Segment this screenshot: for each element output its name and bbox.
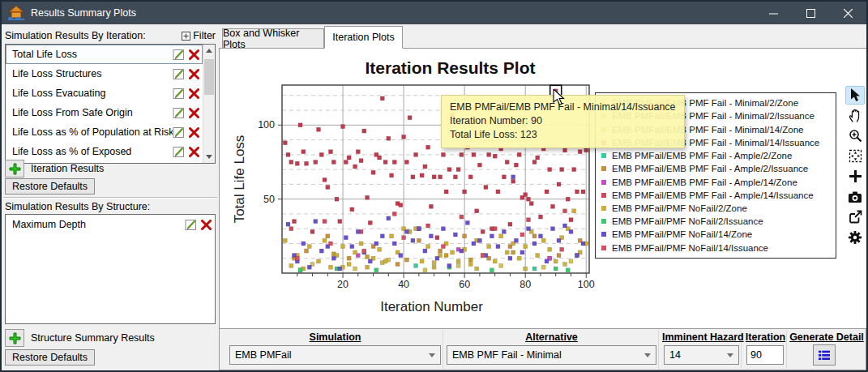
list-scrollbar[interactable] xyxy=(203,45,215,163)
settings-gear-icon xyxy=(848,230,862,245)
structure-results-header: Simulation Results By Structure: xyxy=(5,201,150,212)
imminent-hazard-label: Imminent Hazard xyxy=(662,331,741,343)
svg-text:100: 100 xyxy=(578,279,595,290)
legend-item: EMB PMFail/PMF NoFail/2/Zone xyxy=(601,203,830,213)
generate-detail-button[interactable] xyxy=(813,344,836,366)
export-tool-button[interactable] xyxy=(845,207,865,226)
legend-label: EMB PMFail/EMB PMF Fail - Ample/14/Zone xyxy=(612,177,797,187)
scroll-up-icon[interactable] xyxy=(206,49,212,53)
structure-results-list[interactable]: Maximum Depth xyxy=(5,214,216,324)
tooltip-x-line: Iteration Number: 90 xyxy=(450,114,676,128)
legend-label: EMB PMFail/EMB PMF Fail - Ample/2/Zone xyxy=(612,151,792,160)
legend-item: EMB PMFail/EMB PMF Fail - Ample/14/Issua… xyxy=(601,190,830,200)
zoom-extent-tool-button[interactable] xyxy=(845,147,865,165)
pan-tool-button[interactable] xyxy=(845,106,865,125)
delete-icon[interactable] xyxy=(189,147,199,157)
svg-text:Iteration Results Plot: Iteration Results Plot xyxy=(365,58,535,77)
list-item[interactable]: Life Loss From Safe Origin xyxy=(6,103,203,122)
edit-icon[interactable] xyxy=(173,107,186,119)
legend-label: EMB PMFail/PMF NoFail/14/Issuance xyxy=(612,243,768,253)
imminent-hazard-select[interactable]: 14 xyxy=(664,345,739,365)
legend-marker-icon xyxy=(601,153,606,158)
list-item[interactable]: Life Loss as % of Population at Risk xyxy=(6,122,203,142)
title-bar[interactable]: Results Summary Plots xyxy=(2,2,866,24)
plot-toolbar xyxy=(843,48,866,328)
list-item[interactable]: Maximum Depth xyxy=(6,215,215,234)
tab-iteration-plots[interactable]: Iteration Plots xyxy=(324,26,403,49)
edit-icon[interactable] xyxy=(173,126,186,139)
detail-list-icon xyxy=(819,349,830,361)
tab-box-and-whisker-plots[interactable]: Box and Whisker Plots xyxy=(222,28,324,48)
detail-controls-bar: Simulation EMB PMFail Alternative EMB PM… xyxy=(219,328,866,370)
legend-item: EMB PMFail/EMB PMF Fail - Ample/2/Issuan… xyxy=(601,164,830,173)
alternative-select[interactable]: EMB PMF Fail - Minimal xyxy=(447,345,656,365)
window-title: Results Summary Plots xyxy=(31,7,136,19)
zoom-extent-icon xyxy=(849,149,862,163)
maximize-button[interactable] xyxy=(792,2,829,24)
restore-defaults-button[interactable]: Restore Defaults xyxy=(5,178,95,195)
snapshot-tool-button[interactable] xyxy=(845,187,865,206)
pointer-tool-button[interactable] xyxy=(845,86,865,105)
list-item-label: Maximum Depth xyxy=(12,219,185,230)
svg-text:40: 40 xyxy=(398,279,409,290)
generate-detail-label: Generate Detail xyxy=(789,331,865,343)
pointer-icon xyxy=(849,88,862,102)
iteration-input[interactable] xyxy=(746,345,784,365)
legend-marker-icon xyxy=(601,219,606,224)
legend-marker-icon xyxy=(601,246,606,250)
zoom-tool-button[interactable] xyxy=(845,126,865,145)
list-item[interactable]: Life Loss Evacuating xyxy=(6,83,203,103)
restore-defaults-button-2[interactable]: Restore Defaults xyxy=(5,349,95,366)
edit-icon[interactable] xyxy=(173,88,186,100)
legend-marker-icon xyxy=(601,193,606,198)
close-button[interactable] xyxy=(829,2,866,24)
svg-text:Iteration Number: Iteration Number xyxy=(380,299,483,314)
edit-icon[interactable] xyxy=(173,49,186,61)
edit-icon[interactable] xyxy=(173,146,186,158)
legend-item: EMB PMFail/PMF NoFail/14/Issuance xyxy=(601,243,830,253)
delete-icon[interactable] xyxy=(189,88,199,99)
chevron-down-icon xyxy=(644,353,651,357)
tooltip-y-line: Total Life Loss: 123 xyxy=(450,128,676,142)
delete-icon[interactable] xyxy=(189,108,199,118)
iteration-results-list[interactable]: Total Life LossLife Loss StructuresLife … xyxy=(5,44,216,164)
svg-text:100: 100 xyxy=(258,119,275,130)
list-item[interactable]: Life Loss Structures xyxy=(6,64,203,83)
add-iteration-label: Iteration Results xyxy=(31,163,104,174)
crosshair-tool-button[interactable] xyxy=(845,167,865,186)
filter-button[interactable]: Filter xyxy=(182,30,216,41)
simulation-label: Simulation xyxy=(228,331,443,343)
scroll-thumb[interactable] xyxy=(204,59,214,95)
delete-icon[interactable] xyxy=(189,49,199,60)
settings-tool-button[interactable] xyxy=(845,228,865,246)
scroll-down-icon[interactable] xyxy=(206,155,212,159)
filter-plus-icon xyxy=(182,32,190,41)
add-iteration-result-button[interactable] xyxy=(5,160,24,177)
legend-marker-icon xyxy=(601,206,606,211)
delete-icon[interactable] xyxy=(201,220,212,230)
app-logo-icon xyxy=(8,6,24,20)
delete-icon[interactable] xyxy=(189,127,199,138)
mouse-cursor-icon xyxy=(551,89,567,107)
svg-text:20: 20 xyxy=(337,279,348,290)
pan-hand-icon xyxy=(849,109,862,122)
minimize-button[interactable] xyxy=(755,2,792,24)
camera-icon xyxy=(848,190,862,203)
list-item[interactable]: Total Life Loss xyxy=(6,45,203,64)
edit-icon[interactable] xyxy=(185,219,198,231)
legend-marker-icon xyxy=(601,166,606,171)
simulation-select[interactable]: EMB PMFail xyxy=(229,345,441,365)
crosshair-plus-icon xyxy=(849,169,862,183)
edit-icon[interactable] xyxy=(173,68,186,80)
left-panel: Simulation Results By Iteration: Filter … xyxy=(2,26,219,370)
delete-icon[interactable] xyxy=(189,69,199,79)
list-item-label: Life Loss From Safe Origin xyxy=(12,107,173,118)
legend-item: EMB PMFail/EMB PMF Fail - Ample/14/Zone xyxy=(601,177,830,187)
add-structure-result-button[interactable] xyxy=(5,329,24,347)
legend-item: EMB PMFail/PMF NoFail/14/Zone xyxy=(601,229,830,239)
legend-label: EMB PMFail/EMB PMF Fail - Ample/2/Issuan… xyxy=(612,164,808,173)
panel-divider xyxy=(3,197,217,199)
legend-item: EMB PMFail/EMB PMF Fail - Ample/2/Zone xyxy=(601,151,830,160)
svg-text:Total Life Loss: Total Life Loss xyxy=(232,135,247,224)
zoom-in-icon xyxy=(849,129,862,143)
